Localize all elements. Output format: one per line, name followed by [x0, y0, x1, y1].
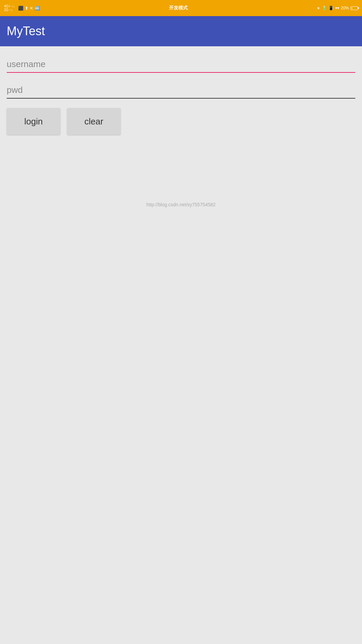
main-content: login clear http://blog.csdn.net/sy75575…: [0, 46, 362, 214]
status-right: ∗ 🔋 📳 ▾▾ 20%: [317, 6, 358, 10]
password-group: [7, 82, 355, 99]
vibrate-icon: 📳: [328, 6, 334, 10]
clear-button[interactable]: clear: [67, 108, 121, 135]
username-group: [7, 56, 355, 73]
signal-icons: 4G+ ↑↓ 2G ↑↓: [4, 4, 15, 12]
login-button[interactable]: login: [7, 108, 60, 135]
app-title: MyTest: [7, 24, 45, 38]
notification-icons: ⬛ ⬆ ✕ 🔤: [18, 6, 40, 11]
battery-fill: [351, 7, 353, 9]
status-bar: 4G+ ↑↓ 2G ↑↓ ⬛ ⬆ ✕ 🔤 开发模式 ∗ 🔋 📳 ▾▾ 20%: [0, 0, 362, 16]
dev-mode-label: 开发模式: [169, 5, 188, 11]
battery-bar-icon: [351, 6, 358, 10]
username-input[interactable]: [7, 56, 355, 73]
charging-icon: 🔋: [322, 6, 327, 10]
footer-url: http://blog.csdn.net/sy755754582: [7, 202, 355, 207]
wifi-icon: ▾▾: [335, 6, 339, 10]
status-left: 4G+ ↑↓ 2G ↑↓ ⬛ ⬆ ✕ 🔤: [4, 4, 40, 12]
button-row: login clear: [7, 108, 355, 135]
battery-percent: 20%: [341, 6, 349, 10]
toolbar: MyTest: [0, 16, 362, 46]
bluetooth-icon: ∗: [317, 6, 320, 10]
password-input[interactable]: [7, 82, 355, 99]
network-type: 4G+ ↑↓: [4, 4, 15, 8]
network-2g: 2G ↑↓: [4, 8, 15, 12]
